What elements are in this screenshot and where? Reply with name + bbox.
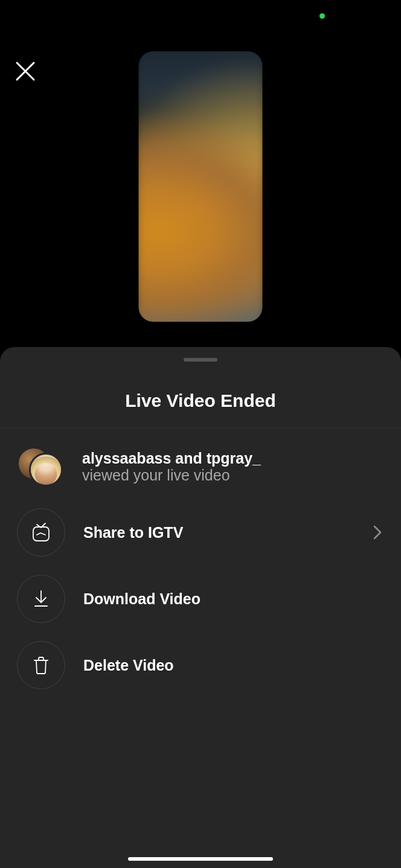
close-button[interactable] [13, 59, 37, 83]
avatar [29, 453, 63, 487]
svg-rect-2 [33, 527, 49, 541]
delete-video-label: Delete Video [83, 657, 384, 674]
viewers-subtext: viewed your live video [82, 467, 384, 484]
share-to-igtv-label: Share to IGTV [83, 524, 353, 541]
share-to-igtv-button[interactable]: Share to IGTV [17, 508, 384, 557]
download-video-button[interactable]: Download Video [17, 575, 384, 623]
igtv-icon [17, 508, 65, 557]
download-video-label: Download Video [83, 590, 384, 608]
download-icon [17, 575, 65, 623]
home-indicator[interactable] [128, 857, 273, 861]
viewers-names: alyssaabass and tpgray_ [82, 450, 384, 467]
bottom-sheet: Live Video Ended alyssaabass and tpgray_… [0, 347, 401, 868]
trash-icon [17, 641, 65, 689]
delete-video-button[interactable]: Delete Video [17, 641, 384, 689]
chevron-right-icon [371, 524, 384, 541]
viewer-avatars [17, 447, 64, 487]
live-preview-area [0, 0, 401, 347]
sheet-grabber[interactable] [184, 358, 217, 362]
close-icon [15, 61, 36, 81]
live-video-thumbnail [139, 51, 263, 322]
sheet-title: Live Video Ended [0, 391, 401, 411]
viewers-row[interactable]: alyssaabass and tpgray_ viewed your live… [17, 443, 384, 490]
